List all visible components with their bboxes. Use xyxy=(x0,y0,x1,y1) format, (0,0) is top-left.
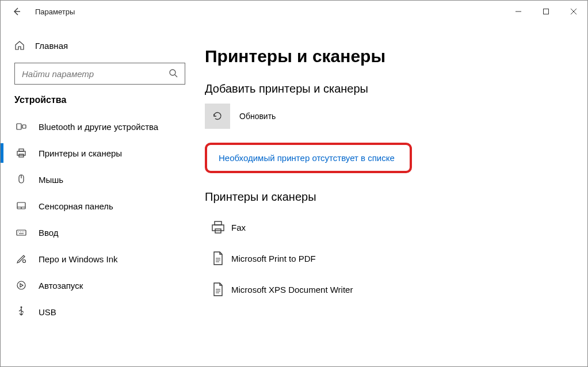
sidebar-item-autoplay[interactable]: Автозапуск xyxy=(1,272,199,299)
close-button[interactable] xyxy=(560,1,587,22)
refresh-label: Обновить xyxy=(239,112,276,121)
sidebar-home[interactable]: Главная xyxy=(1,34,199,57)
svg-rect-14 xyxy=(215,221,222,225)
window-title: Параметры xyxy=(35,7,75,16)
search-icon xyxy=(169,68,178,79)
refresh-icon xyxy=(212,110,223,122)
sidebar-item-touchpad[interactable]: Сенсорная панель xyxy=(1,193,199,219)
sidebar-item-mouse[interactable]: Мышь xyxy=(1,166,199,193)
svg-rect-4 xyxy=(17,151,25,155)
sidebar-item-label: Мышь xyxy=(39,175,63,185)
printer-label: Microsoft XPS Document Writer xyxy=(231,285,353,295)
maximize-icon xyxy=(543,8,549,15)
printer-label: Microsoft Print to PDF xyxy=(231,254,316,263)
touchpad-icon xyxy=(14,200,28,212)
arrow-left-icon xyxy=(12,7,21,16)
window-controls xyxy=(505,1,587,22)
mouse-icon xyxy=(14,174,28,185)
svg-rect-5 xyxy=(19,149,24,151)
search-input[interactable] xyxy=(22,69,169,79)
keyboard-icon xyxy=(14,227,28,238)
printer-missing-link[interactable]: Необходимый принтер отсутствует в списке xyxy=(219,153,395,163)
page-title: Принтеры и сканеры xyxy=(205,47,587,66)
titlebar: Параметры xyxy=(1,1,587,22)
highlight-annotation: Необходимый принтер отсутствует в списке xyxy=(205,143,412,173)
printer-item-xps[interactable]: Microsoft XPS Document Writer xyxy=(205,274,587,305)
autoplay-icon xyxy=(14,280,28,291)
printer-list: Fax Microsoft Print to PDF Microsoft XPS… xyxy=(205,212,587,305)
printer-item-pdf[interactable]: Microsoft Print to PDF xyxy=(205,243,587,274)
printer-label: Fax xyxy=(231,223,246,232)
svg-rect-2 xyxy=(17,124,21,129)
svg-point-11 xyxy=(17,281,25,289)
fax-icon xyxy=(205,219,231,235)
sidebar-item-printers[interactable]: Принтеры и сканеры xyxy=(1,140,199,166)
sidebar-item-typing[interactable]: Ввод xyxy=(1,219,199,246)
usb-icon xyxy=(14,306,28,318)
back-button[interactable] xyxy=(9,3,25,20)
document-icon xyxy=(205,250,231,266)
svg-rect-3 xyxy=(22,125,26,128)
svg-rect-0 xyxy=(544,9,549,14)
sidebar-section-title: Устройства xyxy=(1,95,199,113)
refresh-row[interactable]: Обновить xyxy=(205,104,587,129)
refresh-button[interactable] xyxy=(205,104,230,129)
svg-point-10 xyxy=(23,260,26,263)
sidebar-item-label: Перо и Windows Ink xyxy=(39,254,118,264)
window-body: Главная Устройства Bluetooth и другие ус… xyxy=(1,22,587,366)
sidebar-item-bluetooth[interactable]: Bluetooth и другие устройства xyxy=(1,113,199,140)
home-label: Главная xyxy=(35,41,68,51)
sidebar-item-label: Сенсорная панель xyxy=(39,201,113,211)
minimize-button[interactable] xyxy=(505,1,532,22)
minimize-icon xyxy=(515,8,522,15)
sidebar: Главная Устройства Bluetooth и другие ус… xyxy=(1,22,199,366)
svg-point-12 xyxy=(21,307,22,308)
sidebar-item-label: Принтеры и сканеры xyxy=(39,148,122,158)
settings-window: Параметры Главная xyxy=(0,0,588,367)
svg-rect-13 xyxy=(212,225,224,231)
svg-point-1 xyxy=(170,70,175,75)
list-heading: Принтеры и сканеры xyxy=(205,190,587,204)
printer-item-fax[interactable]: Fax xyxy=(205,212,587,243)
sidebar-item-pen[interactable]: Перо и Windows Ink xyxy=(1,246,199,272)
maximize-button[interactable] xyxy=(532,1,560,22)
printer-icon xyxy=(14,147,28,159)
bluetooth-icon xyxy=(14,121,28,132)
content-area: Принтеры и сканеры Добавить принтеры и с… xyxy=(199,22,587,366)
home-icon xyxy=(14,40,25,51)
sidebar-item-label: Ввод xyxy=(39,228,59,238)
sidebar-item-label: Bluetooth и другие устройства xyxy=(39,122,158,132)
sidebar-item-label: USB xyxy=(39,307,56,317)
close-icon xyxy=(570,8,577,15)
sidebar-item-label: Автозапуск xyxy=(39,281,83,290)
add-heading: Добавить принтеры и сканеры xyxy=(205,82,587,95)
document-icon xyxy=(205,281,231,297)
svg-rect-9 xyxy=(17,230,26,235)
sidebar-item-usb[interactable]: USB xyxy=(1,299,199,325)
pen-icon xyxy=(14,253,28,265)
sidebar-nav: Bluetooth и другие устройства Принтеры и… xyxy=(1,113,199,325)
search-box[interactable] xyxy=(14,63,185,85)
